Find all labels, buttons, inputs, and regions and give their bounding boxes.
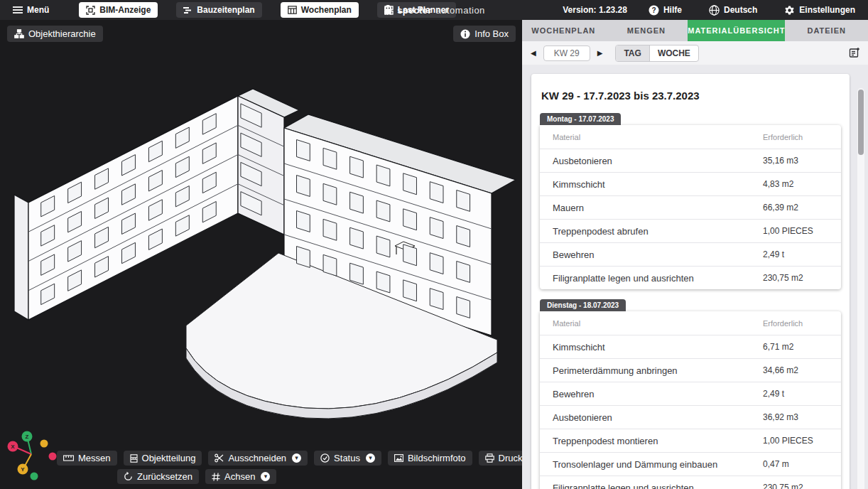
main-menu-button[interactable]: Menü [7,5,55,15]
messen-button[interactable]: Messen [57,451,117,466]
scissors-icon [215,453,224,463]
material-name: Kimmschicht [553,179,763,190]
status-dropdown-icon[interactable]: ▾ [366,453,375,463]
material-name: Bewehren [553,249,763,260]
table-row[interactable]: Tronsolenlager und Dämmung einbauen0,47 … [540,452,841,475]
panel-scrollbar[interactable] [857,88,864,489]
tool-label: Druckvorschau [499,453,522,463]
column-header-material: Material [553,133,763,141]
nav-bim-anzeige[interactable]: BIM-Anzeige [79,2,158,18]
objektteilung-button[interactable]: Objektteilung [124,451,202,466]
table-row[interactable]: Treppenpodest abrufen1,00 PIECES [540,219,841,242]
column-header-material: Material [553,319,763,328]
info-box-button[interactable]: Info Box [453,26,516,42]
achsen-button[interactable]: Achsen ▾ [205,469,276,484]
table-row[interactable]: Ausbetonieren36,92 m3 [540,405,841,429]
material-table: Material Erforderlich Kimmschicht6,71 m2… [540,311,841,489]
language-label: Deutsch [724,5,757,15]
viewport-toolbar-row1: Messen Objektteilung Ausschneiden ▾ Stat… [57,451,522,466]
previous-week-button[interactable]: ◀ [529,48,538,58]
required-amount: 0,47 m [763,459,828,469]
reset-icon [124,472,133,481]
object-split-icon [130,454,138,463]
table-row[interactable]: Ausbetonieren35,16 m3 [540,149,841,172]
material-name: Treppenpodest abrufen [553,226,763,237]
tab-label: MATERIALÜBERSICHT [688,26,785,35]
material-name: Treppenpodest montieren [553,436,763,446]
weekplan-icon [288,6,297,14]
status-check-icon [320,453,330,463]
week-selector[interactable]: KW 29 [543,45,590,61]
material-name: Ausbetonieren [553,412,763,423]
material-name: Tronsolenlager und Dämmung einbauen [553,459,763,470]
day-section-tuesday: Dienstag - 18.07.2023 Material Erforderl… [540,298,841,489]
material-name: Bewehren [553,389,763,399]
day-section-monday: Montag - 17.07.2023 Material Erforderlic… [540,112,841,289]
zuruecksetzen-button[interactable]: Zurücksetzen [117,469,199,484]
gizmo-dot-yellow[interactable] [40,440,48,448]
table-row[interactable]: Mauern66,39 m2 [540,195,841,219]
required-amount: 230,75 m2 [763,273,828,283]
material-name: Filigranplatte legen und ausrichten [553,273,763,284]
scrollbar-thumb[interactable] [858,90,864,155]
tool-label: Objektteilung [142,453,196,463]
table-row[interactable]: Filigranplatte legen und ausrichten230,7… [540,475,841,489]
required-amount: 6,71 m2 [763,342,828,352]
gizmo-dot-green[interactable] [31,473,38,480]
day-badge: Montag - 17.07.2023 [540,113,621,125]
required-amount: 230,75 m2 [763,483,828,489]
panel-tabs: WOCHENPLAN MENGEN MATERIALÜBERSICHT DATE… [522,20,868,41]
bildschirmfoto-button[interactable]: Bildschirmfoto [388,451,472,466]
tab-dateien[interactable]: DATEIEN [785,20,868,41]
tab-materialuebersicht[interactable]: MATERIALÜBERSICHT [688,20,785,41]
table-row[interactable]: Kimmschicht4,83 m2 [540,172,841,195]
material-name: Filigranplatte legen und ausrichten [553,483,763,489]
viewport-toolbar-row2: Zurücksetzen Achsen ▾ [117,469,276,484]
tab-wochenplan[interactable]: WOCHENPLAN [522,20,605,41]
info-icon [460,29,470,39]
ausschneiden-dropdown-icon[interactable]: ▾ [292,453,301,463]
tool-label: Messen [78,453,111,463]
week-card: KW 29 - 17.7.2023 bis 23.7.2023 Montag -… [531,74,850,489]
gizmo-dot-red[interactable] [49,453,57,461]
toggle-woche[interactable]: WOCHE [650,45,698,61]
bim-view-icon [86,6,95,15]
table-row[interactable]: Bewehren2,49 t [540,242,841,266]
required-amount: 4,83 m2 [763,179,828,189]
next-week-button[interactable]: ▶ [596,48,604,58]
nav-wochenplan[interactable]: Wochenplan [281,2,359,18]
settings-label: Einstellungen [799,5,855,15]
toggle-tag[interactable]: TAG [616,45,649,61]
material-name: Kimmschicht [553,342,763,353]
settings-button[interactable]: Einstellungen [779,5,861,16]
ausschneiden-button[interactable]: Ausschneiden ▾ [208,451,308,466]
help-icon: ? [649,5,659,16]
add-note-button[interactable] [849,47,861,59]
brand-name-bold: specter [397,5,431,16]
hierarchy-icon [14,29,24,38]
tool-label: Bildschirmfoto [408,453,466,463]
required-amount: 36,92 m3 [763,412,828,422]
table-row[interactable]: Perimeterdämmung anbringen34,66 m2 [540,358,841,382]
achsen-dropdown-icon[interactable]: ▾ [261,472,270,481]
orientation-gizmo[interactable]: Z X Y [1,428,62,485]
status-button[interactable]: Status ▾ [314,451,381,466]
version-label: Version: 1.23.28 [563,5,627,15]
table-row[interactable]: Treppenpodest montieren1,00 PIECES [540,429,841,452]
nav-bauzeitenplan[interactable]: Bauzeitenplan [176,2,261,18]
required-amount: 35,16 m3 [763,156,828,166]
druckvorschau-button[interactable]: Druckvorschau ▾ [479,451,522,466]
right-side-panel: WOCHENPLAN MENGEN MATERIALÜBERSICHT DATE… [522,20,868,489]
tab-mengen[interactable]: MENGEN [605,20,688,41]
gizmo-z-label: Z [26,434,29,440]
table-row[interactable]: Bewehren2,49 t [540,382,841,405]
language-button[interactable]: Deutsch [703,5,763,16]
table-row[interactable]: Filigranplatte legen und ausrichten230,7… [540,266,841,289]
building-3d-model[interactable] [0,20,522,489]
required-amount: 2,49 t [763,249,828,259]
table-row[interactable]: Kimmschicht6,71 m2 [540,335,841,358]
brand-logo: specter automation [383,0,485,20]
help-button[interactable]: ? Hilfe [643,5,688,16]
bim-3d-viewport[interactable]: Objekthierarchie Info Box [0,20,522,489]
object-hierarchy-button[interactable]: Objekthierarchie [7,26,103,42]
